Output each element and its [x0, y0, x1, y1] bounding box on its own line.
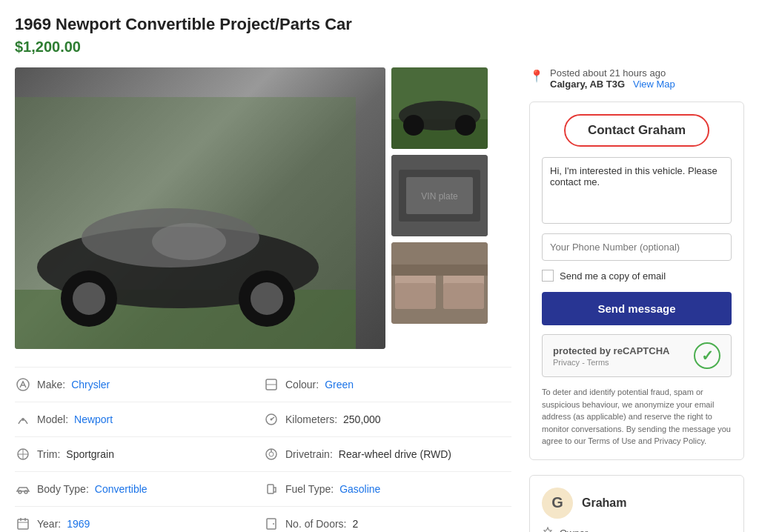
svg-point-13 [455, 115, 476, 136]
phone-input[interactable] [542, 233, 732, 261]
year-icon [15, 516, 31, 532]
thumbnail-1[interactable] [391, 67, 488, 149]
colour-label: Colour: [285, 379, 319, 390]
svg-rect-21 [395, 283, 436, 309]
body-icon [15, 481, 31, 497]
make-icon [15, 376, 31, 393]
trim-value: Sportgrain [66, 448, 114, 460]
model-label: Model: [37, 413, 68, 425]
posted-info: 📍 Posted about 21 hours ago Calgary, AB … [529, 67, 744, 90]
svg-point-27 [21, 418, 24, 421]
svg-point-29 [271, 419, 273, 421]
seller-section: G Graham Owner 1 listing [529, 475, 744, 533]
fuel-label: Fuel Type: [285, 483, 334, 495]
thumbnail-3[interactable] [391, 242, 488, 324]
km-label: Kilometers: [285, 413, 337, 425]
svg-point-36 [19, 491, 21, 493]
svg-point-44 [273, 523, 274, 525]
spec-year: Year: 1969 [15, 507, 263, 532]
spec-doors: No. of Doors: 2 [263, 507, 511, 532]
recaptcha-box: protected by reCAPTCHA Privacy - Terms ✓ [542, 334, 732, 377]
svg-text:VIN plate: VIN plate [421, 191, 458, 202]
page-title: 1969 Newport Convertible Project/Parts C… [15, 15, 744, 34]
seller-meta: Owner 1 listing [542, 526, 732, 533]
disclaimer-text: To deter and identify potential fraud, s… [542, 386, 732, 448]
doors-value: 2 [352, 518, 358, 530]
svg-rect-43 [267, 519, 276, 529]
message-textarea[interactable]: Hi, I'm interested in this vehicle. Plea… [542, 157, 732, 224]
svg-point-8 [251, 282, 283, 315]
contact-section: Contact Graham Hi, I'm interested in thi… [529, 102, 744, 460]
year-value[interactable]: 1969 [67, 518, 90, 530]
price: $1,200.00 [15, 39, 744, 56]
svg-rect-23 [391, 265, 488, 276]
recaptcha-links: Privacy - Terms [553, 358, 669, 367]
seller-avatar: G [542, 488, 573, 519]
spec-fuel: Fuel Type: Gasoline [263, 472, 511, 507]
seller-row: G Graham [542, 488, 732, 519]
year-label: Year: [37, 518, 61, 530]
contact-header: Contact Graham [564, 114, 709, 147]
svg-point-34 [269, 452, 274, 456]
view-map-link[interactable]: View Map [633, 79, 675, 90]
doors-icon [263, 516, 279, 532]
posted-time: Posted about 21 hours ago [550, 67, 675, 79]
specs-section: Make: Chrysler Colour: Green Model: Newp… [15, 367, 511, 532]
copy-email-row: Send me a copy of email [542, 270, 732, 282]
km-value: 250,000 [343, 413, 381, 425]
seller-role-icon [542, 526, 554, 533]
seller-name: Graham [582, 496, 626, 510]
trim-label: Trim: [37, 448, 60, 460]
recaptcha-check-icon: ✓ [701, 347, 714, 365]
doors-label: No. of Doors: [285, 518, 346, 530]
model-value[interactable]: Newport [74, 413, 113, 425]
right-column: 📍 Posted about 21 hours ago Calgary, AB … [529, 67, 744, 532]
spec-model: Model: Newport [15, 402, 263, 437]
location-icon: 📍 [529, 69, 544, 83]
make-value[interactable]: Chrysler [71, 379, 110, 390]
posted-location: Calgary, AB T3G [550, 79, 625, 90]
seller-role-item: Owner [542, 526, 732, 533]
spec-drivetrain: Drivetrain: Rear-wheel drive (RWD) [263, 437, 511, 472]
svg-rect-38 [268, 485, 274, 493]
svg-point-4 [152, 223, 226, 260]
thumbnail-2[interactable]: VIN plate [391, 155, 488, 236]
svg-point-37 [24, 491, 27, 493]
fuel-value[interactable]: Gasoline [339, 483, 380, 495]
copy-email-label: Send me a copy of email [560, 270, 666, 282]
colour-value[interactable]: Green [325, 379, 354, 390]
spec-km: Kilometers: 250,000 [263, 402, 511, 437]
spec-colour: Colour: Green [263, 368, 511, 402]
send-message-button[interactable]: Send message [542, 292, 732, 325]
body-value[interactable]: Convertible [95, 483, 148, 495]
recaptcha-left: protected by reCAPTCHA Privacy - Terms [553, 345, 669, 367]
body-label: Body Type: [37, 483, 89, 495]
copy-email-checkbox[interactable] [542, 270, 554, 282]
colour-icon [263, 376, 279, 393]
drivetrain-value: Rear-wheel drive (RWD) [339, 448, 451, 460]
svg-rect-22 [443, 283, 484, 309]
model-icon [15, 411, 31, 428]
recaptcha-brand: protected by reCAPTCHA [553, 345, 669, 356]
drivetrain-label: Drivetrain: [285, 448, 333, 460]
thumbnail-column: VIN plate [391, 67, 488, 349]
trim-icon [15, 446, 31, 462]
svg-point-6 [73, 282, 105, 315]
make-label: Make: [37, 379, 65, 390]
main-image[interactable] [15, 67, 385, 349]
recaptcha-terms-link[interactable]: Terms [587, 358, 609, 367]
svg-point-12 [403, 115, 424, 136]
svg-rect-39 [18, 519, 28, 529]
fuel-icon [263, 481, 279, 497]
km-icon [263, 411, 279, 428]
contact-header-wrapper: Contact Graham [542, 114, 732, 147]
left-column: VIN plate [15, 67, 511, 532]
drivetrain-icon [263, 446, 279, 462]
spec-trim: Trim: Sportgrain [15, 437, 263, 472]
seller-role: Owner [560, 528, 588, 533]
spec-body: Body Type: Convertible [15, 472, 263, 507]
recaptcha-checkmark: ✓ [694, 342, 720, 369]
recaptcha-privacy-link[interactable]: Privacy [553, 358, 580, 367]
image-section: VIN plate [15, 67, 511, 349]
spec-make: Make: Chrysler [15, 368, 263, 402]
